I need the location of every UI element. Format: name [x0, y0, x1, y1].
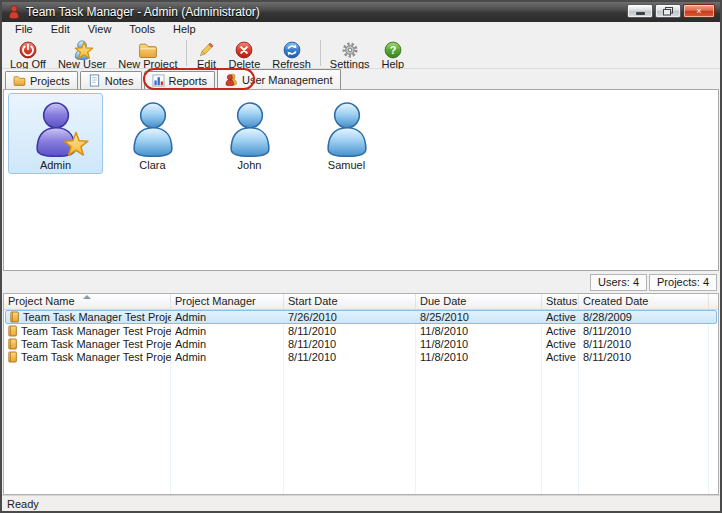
admin-star-icon: [61, 130, 91, 160]
column-header-project-name[interactable]: Project Name: [4, 294, 171, 309]
settings-button[interactable]: Settings: [324, 38, 376, 68]
column-header-created-date[interactable]: Created Date: [579, 294, 709, 309]
status-text: Ready: [7, 498, 39, 510]
minimize-button[interactable]: [627, 4, 653, 18]
menu-edit[interactable]: Edit: [42, 22, 79, 37]
column-header-start-date[interactable]: Start Date: [284, 294, 416, 309]
column-header-filler: [709, 294, 718, 309]
restore-icon: [663, 7, 673, 16]
user-tile-samuel[interactable]: Samuel: [299, 93, 394, 174]
menu-help[interactable]: Help: [164, 22, 205, 37]
note-icon: [88, 74, 101, 87]
tab-bar: Projects Notes Reports User Management: [2, 69, 720, 89]
new-user-icon: [72, 40, 92, 60]
user-tile-clara[interactable]: Clara: [105, 93, 200, 174]
user-name: Admin: [40, 159, 71, 172]
projects-count-panel: Projects: 4: [649, 274, 717, 291]
logoff-button[interactable]: Log Off: [4, 38, 52, 68]
table-row[interactable]: Team Task Manager Test Project I Admin 8…: [4, 324, 718, 337]
person-icon: [224, 100, 276, 158]
new-project-button[interactable]: New Project: [112, 38, 183, 68]
help-button[interactable]: ? Help: [376, 38, 411, 68]
user-tile-john[interactable]: John: [202, 93, 297, 174]
tab-reports[interactable]: Reports: [144, 71, 216, 89]
title-bar: Team Task Manager - Admin (Administrator…: [2, 2, 720, 22]
settings-gear-icon: [340, 40, 360, 60]
toolbar-separator: [186, 40, 187, 66]
user-name: Clara: [139, 159, 165, 172]
refresh-icon: [282, 40, 302, 60]
table-row[interactable]: Team Task Manager Test Project Admin 7/2…: [5, 310, 717, 324]
new-project-icon: [138, 40, 158, 60]
close-icon: ×: [696, 6, 701, 16]
menu-file[interactable]: File: [6, 22, 42, 37]
minimize-icon: [636, 12, 645, 15]
delete-icon: [234, 40, 254, 60]
app-window: Team Task Manager - Admin (Administrator…: [0, 0, 722, 513]
counts-strip: Users: 4 Projects: 4: [2, 271, 720, 293]
tab-notes[interactable]: Notes: [80, 71, 142, 89]
table-row[interactable]: Team Task Manager Test Project II Admin …: [4, 337, 718, 350]
tab-projects[interactable]: Projects: [5, 71, 78, 89]
toolbar: Log Off New User New Project Edit: [2, 37, 720, 69]
table-body: Team Task Manager Test Project Admin 7/2…: [4, 310, 718, 494]
column-header-due-date[interactable]: Due Date: [416, 294, 542, 309]
column-header-project-manager[interactable]: Project Manager: [171, 294, 284, 309]
users-count-panel: Users: 4: [590, 274, 647, 291]
menu-bar: File Edit View Tools Help: [2, 22, 720, 37]
new-user-button[interactable]: New User: [52, 38, 112, 68]
two-people-icon: [225, 73, 238, 86]
help-icon: ?: [383, 40, 403, 60]
app-icon: [7, 5, 21, 19]
folder-icon: [13, 74, 26, 87]
user-name: John: [238, 159, 262, 172]
project-folder-icon: [8, 351, 18, 363]
user-list-panel: Admin Clara John Samuel: [3, 89, 719, 271]
delete-button[interactable]: Delete: [222, 38, 266, 68]
sort-ascending-icon: [83, 295, 91, 299]
edit-pencil-icon: [196, 40, 216, 60]
window-title: Team Task Manager - Admin (Administrator…: [26, 5, 622, 19]
table-row[interactable]: Team Task Manager Test Project III Admin…: [4, 350, 718, 363]
project-folder-icon: [8, 325, 18, 337]
user-name: Samuel: [328, 159, 365, 172]
edit-button[interactable]: Edit: [190, 38, 222, 68]
person-icon: [127, 100, 179, 158]
table-header: Project Name Project Manager Start Date …: [4, 294, 718, 310]
close-button[interactable]: ×: [683, 4, 715, 18]
column-header-status[interactable]: Status: [542, 294, 579, 309]
bar-chart-icon: [152, 74, 165, 87]
tab-user-management[interactable]: User Management: [217, 69, 341, 89]
toolbar-separator: [320, 40, 321, 66]
svg-text:?: ?: [390, 44, 397, 56]
logoff-icon: [18, 40, 38, 60]
refresh-button[interactable]: Refresh: [266, 38, 317, 68]
menu-tools[interactable]: Tools: [120, 22, 164, 37]
restore-button[interactable]: [655, 4, 681, 18]
person-icon: [321, 100, 373, 158]
menu-view[interactable]: View: [79, 22, 121, 37]
user-tile-admin[interactable]: Admin: [8, 93, 103, 174]
projects-table: Project Name Project Manager Start Date …: [3, 293, 719, 495]
status-bar: Ready: [2, 495, 720, 511]
project-folder-icon: [10, 311, 20, 323]
project-folder-icon: [8, 338, 18, 350]
